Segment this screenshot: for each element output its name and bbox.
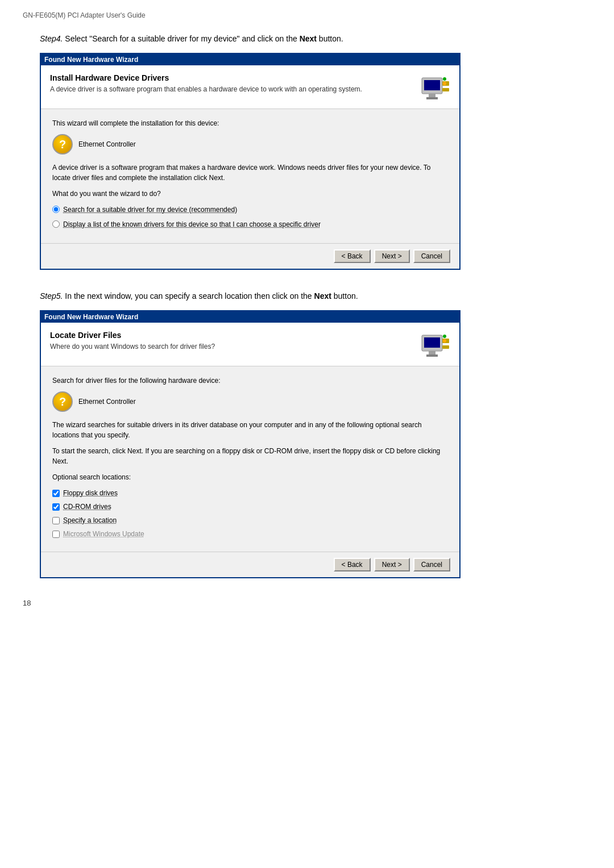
step4-dialog-body: This wizard will complete the installati… — [41, 109, 459, 243]
step4-radio1-label: Search for a suitable driver for my devi… — [63, 205, 237, 215]
step4-intro-text: Select "Search for a suitable driver for… — [63, 34, 299, 43]
step4-radio-group: Search for a suitable driver for my devi… — [52, 205, 448, 229]
step5-back-button[interactable]: < Back — [334, 558, 371, 571]
step5-body-p2: The wizard searches for suitable drivers… — [52, 420, 448, 440]
step5-intro-text: In the next window, you can specify a se… — [63, 291, 314, 301]
step5-header-subtitle: Where do you want Windows to search for … — [50, 342, 414, 352]
step5-dialog-header: Locate Driver Files Where do you want Wi… — [41, 323, 459, 366]
step5-body-p3: To start the search, click Next. If you … — [52, 446, 448, 466]
svg-point-14 — [443, 335, 446, 338]
svg-rect-4 — [429, 94, 435, 97]
step4-body-p3: What do you want the wizard to do? — [52, 189, 448, 199]
step4-radio2[interactable] — [52, 220, 60, 228]
svg-rect-5 — [426, 97, 438, 99]
step4-device-row: ? Ethernet Controller — [52, 134, 448, 155]
step4-next-bold: Next — [300, 34, 317, 43]
step5-cb2-label: CD-ROM drives — [63, 502, 111, 512]
step5-dialog-body: Search for driver files for the followin… — [41, 366, 459, 552]
step4-radio2-label: Display a list of the known drivers for … — [63, 219, 321, 229]
svg-point-7 — [443, 82, 446, 85]
step5-header-left: Locate Driver Files Where do you want Wi… — [50, 331, 414, 352]
step4-body-p1: This wizard will complete the installati… — [52, 118, 448, 128]
step5-device-row: ? Ethernet Controller — [52, 391, 448, 412]
step5-header-icon — [421, 331, 450, 360]
step4-dialog-footer: < Back Next > Cancel — [41, 243, 459, 269]
step4-device-name: Ethernet Controller — [78, 139, 136, 149]
step4-intro: Step4. Select "Search for a suitable dri… — [23, 33, 591, 45]
svg-rect-13 — [426, 354, 438, 357]
step4-dialog: Found New Hardware Wizard Install Hardwa… — [40, 53, 460, 270]
step4-next-button[interactable]: Next > — [374, 249, 410, 263]
svg-point-15 — [443, 339, 446, 343]
step4-radio1[interactable] — [52, 206, 60, 213]
svg-rect-9 — [424, 337, 440, 348]
step5-cb2[interactable] — [52, 503, 60, 511]
step4-device-icon: ? — [52, 134, 73, 155]
step4-container: Step4. Select "Search for a suitable dri… — [23, 33, 591, 270]
step5-body-p1: Search for driver files for the followin… — [52, 375, 448, 386]
step4-header-title: Install Hardware Device Drivers — [50, 73, 414, 82]
step4-cancel-button[interactable]: Cancel — [413, 249, 450, 263]
step5-device-name: Ethernet Controller — [78, 397, 136, 407]
step5-dialog: Found New Hardware Wizard Locate Driver … — [40, 310, 460, 578]
step5-intro-end: button. — [331, 291, 358, 301]
step5-cb4-option[interactable]: Microsoft Windows Update — [52, 529, 448, 539]
svg-rect-1 — [424, 80, 440, 90]
step5-cb3-label: Specify a location — [63, 515, 117, 525]
step4-dialog-titlebar: Found New Hardware Wizard — [41, 54, 459, 65]
step5-next-bold: Next — [314, 291, 331, 301]
step5-cb4-label: Microsoft Windows Update — [63, 529, 144, 539]
step5-label: Step5. — [40, 291, 63, 301]
step5-cb4[interactable] — [52, 531, 60, 538]
svg-point-6 — [443, 77, 446, 81]
step5-dialog-footer: < Back Next > Cancel — [41, 552, 459, 577]
step5-cb1[interactable] — [52, 490, 60, 497]
step5-cancel-button[interactable]: Cancel — [413, 558, 450, 571]
step4-body-p2: A device driver is a software program th… — [52, 162, 448, 183]
step5-cb1-option[interactable]: Floppy disk drives — [52, 488, 448, 498]
step5-intro: Step5. In the next window, you can speci… — [23, 290, 591, 302]
step5-cb3-option[interactable]: Specify a location — [52, 515, 448, 525]
step4-header-subtitle: A device driver is a software program th… — [50, 85, 414, 94]
step4-dialog-header: Install Hardware Device Drivers A device… — [41, 65, 459, 109]
svg-rect-11 — [442, 345, 449, 349]
step4-label: Step4. — [40, 34, 63, 43]
step5-optional-label: Optional search locations: — [52, 472, 448, 482]
step4-radio2-option[interactable]: Display a list of the known drivers for … — [52, 219, 448, 229]
page-number: 18 — [23, 599, 591, 607]
step5-cb1-label: Floppy disk drives — [63, 488, 118, 498]
step5-header-title: Locate Driver Files — [50, 331, 414, 340]
step5-container: Step5. In the next window, you can speci… — [23, 290, 591, 578]
page-header: GN-FE605(M) PCI Adapter User's Guide — [23, 11, 591, 19]
step4-intro-end: button. — [317, 34, 343, 43]
step5-next-button[interactable]: Next > — [374, 558, 410, 571]
step5-dialog-titlebar: Found New Hardware Wizard — [41, 311, 459, 323]
step4-back-button[interactable]: < Back — [334, 249, 371, 263]
step5-cb3[interactable] — [52, 517, 60, 524]
step4-radio1-option[interactable]: Search for a suitable driver for my devi… — [52, 205, 448, 215]
step5-device-icon: ? — [52, 391, 73, 412]
svg-rect-12 — [429, 351, 435, 354]
svg-rect-3 — [442, 88, 449, 91]
step4-header-icon — [421, 73, 450, 103]
step4-header-left: Install Hardware Device Drivers A device… — [50, 73, 414, 94]
step5-cb2-option[interactable]: CD-ROM drives — [52, 502, 448, 512]
